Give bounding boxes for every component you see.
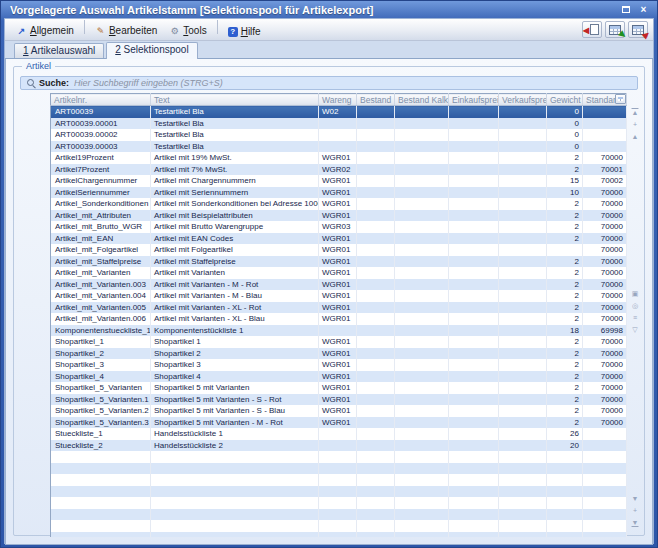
cell-gewicht[interactable]: 0: [547, 141, 583, 153]
cell-gewicht[interactable]: 2: [547, 417, 583, 429]
table-row[interactable]: Artikel_mit_Varianten.006Artikel mit Var…: [51, 313, 627, 325]
cell-warengruppe[interactable]: WGR01: [319, 267, 357, 279]
cell-bestand_kalk[interactable]: [395, 279, 449, 291]
cell-warengruppe[interactable]: [319, 141, 357, 153]
cell-warengruppe[interactable]: W02: [319, 106, 357, 118]
cell-einkaufspreis[interactable]: [449, 118, 499, 130]
cell-verkaufspreis[interactable]: [499, 221, 547, 233]
cell-text[interactable]: Artikel mit Varianten - M - Rot: [151, 279, 319, 291]
cell-artikelnr[interactable]: Shopartikel_5_Varianten.1: [51, 394, 151, 406]
cell-bestand[interactable]: [357, 371, 395, 383]
cell-verkaufspreis[interactable]: [499, 428, 547, 440]
cell-artikelnr[interactable]: Shopartikel_5_Varianten: [51, 382, 151, 394]
table-row[interactable]: Artikel_mit_Varianten.004Artikel mit Var…: [51, 290, 627, 302]
cell-bestand[interactable]: [357, 106, 395, 118]
cell-warengruppe[interactable]: WGR01: [319, 175, 357, 187]
restore-button[interactable]: [618, 4, 633, 17]
cell-standardlief[interactable]: 70000: [583, 359, 627, 371]
cell-bestand[interactable]: [357, 279, 395, 291]
cell-bestand_kalk[interactable]: [395, 497, 449, 509]
cell-einkaufspreis[interactable]: [449, 348, 499, 360]
cell-warengruppe[interactable]: WGR01: [319, 290, 357, 302]
table-row[interactable]: Artikel7ProzentArtikel mit 7% MwSt.WGR02…: [51, 164, 627, 176]
cell-einkaufspreis[interactable]: [449, 405, 499, 417]
cell-standardlief[interactable]: 70000: [583, 336, 627, 348]
cell-bestand_kalk[interactable]: [395, 152, 449, 164]
table-row[interactable]: Artikel_mit_AttributenArtikel mit Beispi…: [51, 210, 627, 222]
cell-artikelnr[interactable]: Artikel_mit_Varianten.006: [51, 313, 151, 325]
cell-verkaufspreis[interactable]: [499, 210, 547, 222]
cell-gewicht[interactable]: 2: [547, 313, 583, 325]
cell-artikelnr[interactable]: Shopartikel_5_Varianten.2: [51, 405, 151, 417]
cell-gewicht[interactable]: 0: [547, 129, 583, 141]
cell-einkaufspreis[interactable]: [449, 440, 499, 452]
cell-standardlief[interactable]: 70000: [583, 187, 627, 199]
cell-bestand[interactable]: [357, 405, 395, 417]
cell-text[interactable]: [151, 509, 319, 521]
cell-standardlief[interactable]: [583, 474, 627, 486]
remove-from-pool-button[interactable]: ▶: [628, 21, 648, 38]
cell-einkaufspreis[interactable]: [449, 210, 499, 222]
cell-text[interactable]: [151, 474, 319, 486]
cell-einkaufspreis[interactable]: [449, 267, 499, 279]
cell-text[interactable]: Artikel mit 19% MwSt.: [151, 152, 319, 164]
cell-einkaufspreis[interactable]: [449, 313, 499, 325]
search-bar[interactable]: Suche:: [20, 76, 638, 90]
cell-artikelnr[interactable]: ART00039: [51, 106, 151, 118]
cell-gewicht[interactable]: 0: [547, 106, 583, 118]
cell-bestand[interactable]: [357, 313, 395, 325]
cell-text[interactable]: Testartikel Bla: [151, 118, 319, 130]
cell-text[interactable]: Artikel mit Beispielattributen: [151, 210, 319, 222]
cell-gewicht[interactable]: 2: [547, 336, 583, 348]
cell-warengruppe[interactable]: WGR01: [319, 382, 357, 394]
cell-bestand_kalk[interactable]: [395, 290, 449, 302]
cell-text[interactable]: [151, 497, 319, 509]
empty-row[interactable]: [51, 451, 627, 463]
cell-text[interactable]: Handelsstückliste 1: [151, 428, 319, 440]
cell-gewicht[interactable]: [547, 509, 583, 521]
table-row[interactable]: Komponentenstueckliste_1Komponentenstück…: [51, 325, 627, 337]
cell-standardlief[interactable]: [583, 141, 627, 153]
cell-artikelnr[interactable]: ART00039.00001: [51, 118, 151, 130]
cell-warengruppe[interactable]: [319, 129, 357, 141]
cell-verkaufspreis[interactable]: [499, 313, 547, 325]
cell-bestand[interactable]: [357, 509, 395, 521]
cell-bestand_kalk[interactable]: [395, 336, 449, 348]
filter-icon[interactable]: ▽: [628, 324, 642, 336]
close-button[interactable]: ×: [636, 4, 651, 17]
cell-standardlief[interactable]: 70000: [583, 221, 627, 233]
table-row[interactable]: ArtikelChargennummerArtikel mit Chargenn…: [51, 175, 627, 187]
cell-verkaufspreis[interactable]: [499, 497, 547, 509]
cell-bestand[interactable]: [357, 129, 395, 141]
cell-warengruppe[interactable]: [319, 474, 357, 486]
table-row[interactable]: ART00039.00001Testartikel Bla0: [51, 118, 627, 130]
cell-bestand[interactable]: [357, 428, 395, 440]
scroll-down-icon[interactable]: ▼: [628, 493, 642, 505]
cell-warengruppe[interactable]: WGR01: [319, 359, 357, 371]
cell-verkaufspreis[interactable]: [499, 486, 547, 498]
cell-verkaufspreis[interactable]: [499, 302, 547, 314]
cell-artikelnr[interactable]: Artikel_mit_Varianten.004: [51, 290, 151, 302]
cell-standardlief[interactable]: 70000: [583, 302, 627, 314]
cell-standardlief[interactable]: [583, 428, 627, 440]
cell-standardlief[interactable]: 70000: [583, 394, 627, 406]
cell-verkaufspreis[interactable]: [499, 106, 547, 118]
cell-text[interactable]: Shopartikel 5 mit Varianten - S - Blau: [151, 405, 319, 417]
cell-warengruppe[interactable]: WGR01: [319, 187, 357, 199]
cell-verkaufspreis[interactable]: [499, 532, 547, 538]
table-row[interactable]: Artikel_mit_Brutto_WGRArtikel mit Brutto…: [51, 221, 627, 233]
cell-artikelnr[interactable]: [51, 486, 151, 498]
cell-artikelnr[interactable]: Artikel_mit_Attributen: [51, 210, 151, 222]
cell-text[interactable]: [151, 532, 319, 538]
col-header-einkaufspreis[interactable]: Einkaufspreis: [449, 94, 499, 106]
jump-top-icon[interactable]: ▲: [628, 107, 642, 119]
cell-bestand_kalk[interactable]: [395, 428, 449, 440]
cell-einkaufspreis[interactable]: [449, 244, 499, 256]
cell-warengruppe[interactable]: [319, 486, 357, 498]
cell-bestand_kalk[interactable]: [395, 118, 449, 130]
table-row[interactable]: Artikel_mit_Varianten.005Artikel mit Var…: [51, 302, 627, 314]
cell-warengruppe[interactable]: [319, 118, 357, 130]
cell-text[interactable]: [151, 520, 319, 532]
cell-text[interactable]: Artikel mit Varianten: [151, 267, 319, 279]
cell-warengruppe[interactable]: WGR01: [319, 417, 357, 429]
